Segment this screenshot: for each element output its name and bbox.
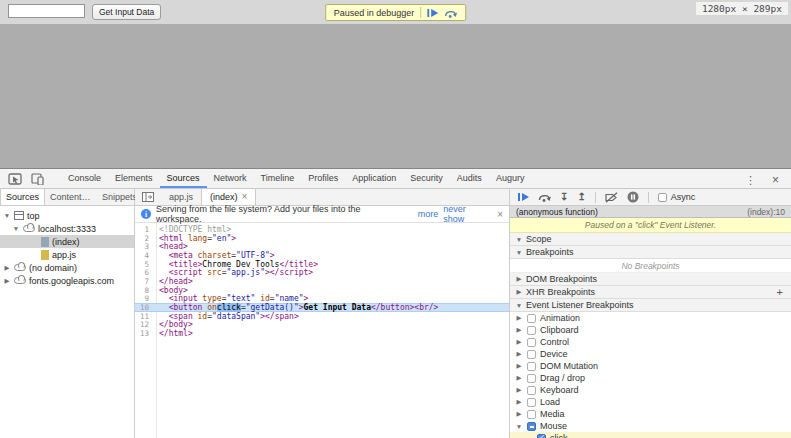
code-line-13[interactable]: 13</html> bbox=[135, 329, 509, 338]
listener-control[interactable]: Control bbox=[510, 336, 791, 348]
disclosure-icon[interactable] bbox=[515, 288, 523, 296]
call-stack-frame[interactable]: (anonymous function) (index):10 bbox=[510, 206, 791, 218]
tree-item-top[interactable]: top bbox=[0, 209, 134, 222]
code-line-3[interactable]: 3<head> bbox=[135, 242, 509, 251]
disclosure-icon[interactable] bbox=[515, 275, 523, 283]
editor-tab-index[interactable]: (index) bbox=[201, 189, 256, 205]
checkbox-unchecked[interactable] bbox=[527, 410, 536, 419]
code-line-9[interactable]: 9 <input type="text" id="name"> bbox=[135, 295, 509, 304]
step-into-icon[interactable]: ↧ bbox=[560, 192, 568, 202]
code-line-12[interactable]: 12</body> bbox=[135, 321, 509, 330]
tab-augury[interactable]: Augury bbox=[489, 169, 532, 188]
disclosure-icon[interactable] bbox=[515, 314, 523, 322]
resume-script-icon[interactable] bbox=[518, 192, 529, 202]
tab-elements[interactable]: Elements bbox=[108, 169, 160, 188]
disclosure-icon[interactable] bbox=[515, 302, 523, 309]
infobar-close-icon[interactable] bbox=[497, 209, 503, 220]
resume-script-icon[interactable] bbox=[427, 8, 438, 18]
listener-animation[interactable]: Animation bbox=[510, 312, 791, 324]
sidebar-tab-content-sc[interactable]: Content sc… bbox=[45, 189, 97, 205]
tree-item-index[interactable]: (index) bbox=[0, 235, 134, 248]
checkbox-unchecked[interactable] bbox=[527, 362, 536, 371]
tab-application[interactable]: Application bbox=[345, 169, 403, 188]
disclosure-icon[interactable] bbox=[3, 277, 11, 285]
add-xhr-breakpoint-icon[interactable] bbox=[777, 287, 791, 298]
sidebar-tab-sources[interactable]: Sources bbox=[0, 189, 45, 205]
editor-tab-app-js[interactable]: app.js bbox=[161, 189, 201, 205]
step-over-icon[interactable] bbox=[444, 8, 457, 18]
tree-item-localhost-3333[interactable]: localhost:3333 bbox=[0, 222, 134, 235]
disclosure-icon[interactable] bbox=[515, 362, 523, 370]
tree-item-app-js[interactable]: app.js bbox=[0, 248, 134, 261]
section-xhr-breakpoints[interactable]: XHR Breakpoints bbox=[510, 286, 791, 299]
code-line-10[interactable]: 10 <button onclick="getData()">Get Input… bbox=[135, 303, 509, 312]
disclosure-icon[interactable] bbox=[515, 386, 523, 394]
disclosure-icon[interactable] bbox=[515, 410, 523, 418]
code-line-11[interactable]: 11 <span id="dataSpan"></span> bbox=[135, 312, 509, 321]
listener-clipboard[interactable]: Clipboard bbox=[510, 324, 791, 336]
disclosure-icon[interactable] bbox=[515, 350, 523, 358]
tab-sources[interactable]: Sources bbox=[160, 169, 207, 188]
tab-security[interactable]: Security bbox=[403, 169, 450, 188]
inspect-element-icon[interactable] bbox=[8, 173, 22, 185]
infobar-never-show-link[interactable]: never show bbox=[443, 204, 489, 224]
listener-dom-mutation[interactable]: DOM Mutation bbox=[510, 360, 791, 372]
tab-profiles[interactable]: Profiles bbox=[301, 169, 345, 188]
listener-load[interactable]: Load bbox=[510, 396, 791, 408]
tree-item-fonts-googleapis-com[interactable]: fonts.googleapis.com bbox=[0, 274, 134, 287]
listener-click[interactable]: click bbox=[510, 432, 791, 438]
step-out-icon[interactable]: ↥ bbox=[577, 192, 585, 202]
get-input-data-button[interactable]: Get Input Data bbox=[92, 4, 161, 20]
pause-on-exceptions-icon[interactable] bbox=[627, 191, 639, 203]
code-line-8[interactable]: 8<body> bbox=[135, 286, 509, 295]
devtools-menu-icon[interactable] bbox=[745, 170, 756, 188]
disclosure-icon[interactable] bbox=[3, 264, 11, 272]
tab-timeline[interactable]: Timeline bbox=[254, 169, 302, 188]
tab-network[interactable]: Network bbox=[207, 169, 254, 188]
infobar-more-link[interactable]: more bbox=[418, 209, 439, 219]
async-toggle[interactable]: Async bbox=[658, 192, 696, 202]
tab-console[interactable]: Console bbox=[61, 169, 108, 188]
code-line-7[interactable]: 7</head> bbox=[135, 277, 509, 286]
listener-media[interactable]: Media bbox=[510, 408, 791, 420]
checkbox-unchecked[interactable] bbox=[527, 338, 536, 347]
deactivate-breakpoints-icon[interactable] bbox=[605, 192, 618, 203]
checkbox-checked[interactable] bbox=[537, 434, 546, 438]
section-scope[interactable]: Scope bbox=[510, 233, 791, 246]
listener-mouse[interactable]: Mouse bbox=[510, 420, 791, 432]
section-event-listener-breakpoints[interactable]: Event Listener Breakpoints bbox=[510, 299, 791, 312]
disclosure-icon[interactable] bbox=[12, 225, 20, 232]
call-stack-location[interactable]: (index):10 bbox=[747, 207, 785, 217]
code-line-2[interactable]: 2<html lang="en"> bbox=[135, 234, 509, 243]
code-line-1[interactable]: 1<!DOCTYPE html> bbox=[135, 225, 509, 234]
close-tab-icon[interactable] bbox=[242, 189, 248, 205]
disclosure-icon[interactable] bbox=[515, 398, 523, 406]
section-dom-breakpoints[interactable]: DOM Breakpoints bbox=[510, 273, 791, 286]
device-toolbar-icon[interactable] bbox=[31, 173, 44, 185]
checkbox-unchecked[interactable] bbox=[527, 398, 536, 407]
listener-device[interactable]: Device bbox=[510, 348, 791, 360]
tree-item-no-domain[interactable]: (no domain) bbox=[0, 261, 134, 274]
checkbox-partial[interactable] bbox=[527, 422, 536, 431]
disclosure-icon[interactable] bbox=[515, 374, 523, 382]
listener-keyboard[interactable]: Keyboard bbox=[510, 384, 791, 396]
disclosure-icon[interactable] bbox=[515, 338, 523, 346]
step-over-icon[interactable] bbox=[538, 192, 551, 202]
checkbox-unchecked[interactable] bbox=[527, 326, 536, 335]
listener-drag-drop[interactable]: Drag / drop bbox=[510, 372, 791, 384]
checkbox-unchecked[interactable] bbox=[527, 314, 536, 323]
disclosure-icon[interactable] bbox=[3, 212, 11, 219]
checkbox-unchecked[interactable] bbox=[527, 386, 536, 395]
code-line-5[interactable]: 5 <title>Chrome Dev Tools</title> bbox=[135, 260, 509, 269]
disclosure-icon[interactable] bbox=[515, 326, 523, 334]
navigator-toggle-icon[interactable] bbox=[135, 189, 161, 205]
code-line-6[interactable]: 6 <script src="app.js"></script> bbox=[135, 268, 509, 277]
section-breakpoints[interactable]: Breakpoints bbox=[510, 246, 791, 259]
async-checkbox[interactable] bbox=[658, 193, 667, 202]
disclosure-icon[interactable] bbox=[515, 423, 523, 430]
disclosure-icon[interactable] bbox=[515, 236, 523, 243]
tab-audits[interactable]: Audits bbox=[450, 169, 489, 188]
disclosure-icon[interactable] bbox=[515, 249, 523, 256]
devtools-close-icon[interactable] bbox=[772, 170, 779, 188]
name-input[interactable] bbox=[8, 4, 85, 18]
